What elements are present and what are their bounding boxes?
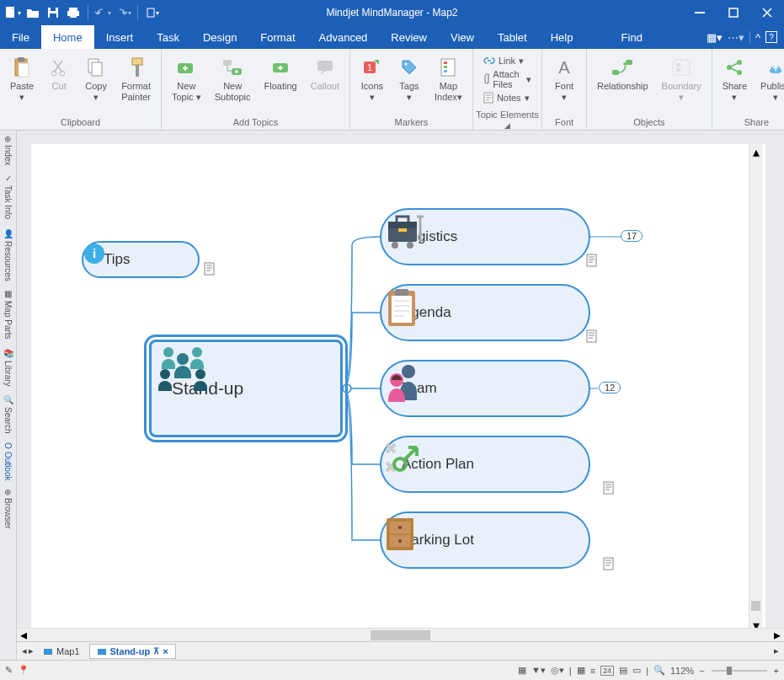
- status-map-icon[interactable]: ▦: [577, 665, 585, 676]
- icons-button[interactable]: 1Icons▾: [355, 52, 389, 106]
- status-pin-icon[interactable]: 📍: [18, 665, 29, 676]
- qa-undo-icon[interactable]: ▾: [93, 3, 112, 22]
- new-topic-button[interactable]: New Topic ▾: [167, 52, 206, 106]
- badge-team[interactable]: 12: [599, 382, 621, 394]
- paste-button[interactable]: Paste▾: [5, 52, 39, 106]
- node-parking-lot[interactable]: Parking Lot: [380, 511, 590, 569]
- status-target-icon[interactable]: ◎▾: [551, 665, 564, 676]
- tabs-scroll-end[interactable]: ▸: [774, 645, 784, 656]
- link-button[interactable]: Link ▾: [480, 54, 535, 67]
- cut-button[interactable]: Cut: [42, 52, 76, 95]
- menu-task[interactable]: Task: [145, 25, 191, 49]
- node-team[interactable]: Team: [380, 360, 590, 417]
- doc-tab-standup[interactable]: Stand-up⊼×: [89, 644, 176, 659]
- note-icon[interactable]: [603, 557, 615, 570]
- close-button[interactable]: [750, 0, 784, 25]
- menu-home[interactable]: Home: [41, 25, 94, 49]
- doc-tab-map1[interactable]: Map1: [35, 644, 88, 659]
- menu-view[interactable]: View: [439, 25, 486, 49]
- horizontal-scrollbar[interactable]: ◂▸: [17, 628, 784, 641]
- qa-tool-icon[interactable]: ▾: [143, 3, 162, 22]
- node-logistics[interactable]: Logistics: [380, 208, 590, 265]
- status-view1-icon[interactable]: ▦: [518, 665, 526, 676]
- menu-file[interactable]: File: [0, 25, 41, 49]
- svg-point-62: [394, 458, 406, 470]
- svg-point-40: [737, 70, 742, 75]
- new-subtopic-button[interactable]: New Subtopic: [210, 52, 256, 106]
- qa-open-icon[interactable]: [24, 3, 42, 22]
- node-tips[interactable]: i Tips: [82, 241, 200, 278]
- svg-point-41: [343, 384, 351, 393]
- zoom-value[interactable]: 112%: [670, 666, 694, 676]
- tab-pin-icon[interactable]: ⊼: [153, 646, 159, 656]
- side-task-info[interactable]: ✓Task Info: [3, 172, 13, 221]
- mindmap-canvas[interactable]: i Tips Stand-up Logistics 17 Agenda: [17, 131, 784, 628]
- note-icon[interactable]: [204, 262, 216, 276]
- menu-review[interactable]: Review: [379, 25, 439, 49]
- maximize-button[interactable]: [717, 0, 750, 25]
- floating-button[interactable]: Floating: [259, 52, 302, 95]
- note-icon[interactable]: [586, 254, 598, 267]
- status-cal-icon[interactable]: 24: [600, 666, 614, 676]
- boundary-button[interactable]: Boundary▾: [657, 52, 707, 106]
- badge-logistics[interactable]: 17: [621, 230, 643, 242]
- side-browser[interactable]: ⊕Browser: [3, 487, 13, 531]
- menu-format[interactable]: Format: [248, 25, 307, 49]
- svg-rect-2: [51, 8, 56, 11]
- format-painter-button[interactable]: Format Painter: [116, 52, 156, 106]
- notes-button[interactable]: Notes ▾: [480, 91, 535, 104]
- side-outlook[interactable]: O Outlook: [3, 441, 13, 482]
- tabs-scroll-left[interactable]: ◂: [22, 645, 27, 656]
- qa-redo-icon[interactable]: ▾: [114, 3, 132, 22]
- vertical-scrollbar[interactable]: ▴▾: [749, 144, 762, 628]
- font-button[interactable]: AFont▾: [547, 52, 581, 106]
- side-search[interactable]: 🔍Search: [3, 393, 13, 436]
- expand-icon[interactable]: ^: [749, 31, 760, 44]
- attach-files-button[interactable]: Attach Files ▾: [480, 68, 535, 90]
- map-index-button[interactable]: Map Index▾: [429, 52, 467, 106]
- svg-point-39: [737, 60, 742, 65]
- side-resources[interactable]: 👤Resources: [3, 227, 13, 283]
- menu-help[interactable]: Help: [539, 25, 585, 49]
- share-button[interactable]: Share▾: [717, 52, 752, 106]
- status-filter-icon[interactable]: ▼▾: [531, 665, 546, 676]
- find-label[interactable]: Find: [621, 31, 643, 44]
- callout-button[interactable]: Callout: [306, 52, 344, 95]
- publish-button[interactable]: Publish▾: [755, 52, 784, 106]
- node-agenda[interactable]: Agenda: [380, 284, 590, 341]
- help-icon[interactable]: ?: [765, 31, 777, 43]
- status-gantt-icon[interactable]: ▤: [619, 665, 627, 676]
- minimize-button[interactable]: [683, 0, 717, 25]
- relationship-button[interactable]: Relationship: [592, 52, 653, 95]
- menu-advanced[interactable]: Advanced: [307, 25, 380, 49]
- tags-button[interactable]: Tags▾: [392, 52, 426, 106]
- svg-point-53: [392, 242, 398, 249]
- side-index[interactable]: ⊕Index: [3, 134, 13, 167]
- tabs-scroll-right[interactable]: ▸: [29, 645, 34, 656]
- zoom-slider[interactable]: [710, 665, 769, 677]
- qa-print-icon[interactable]: [64, 3, 83, 22]
- note-icon[interactable]: [586, 329, 598, 343]
- zoom-out-icon[interactable]: −: [699, 666, 704, 676]
- copy-button[interactable]: Copy▾: [79, 52, 113, 106]
- menu-insert[interactable]: Insert: [94, 25, 146, 49]
- menu-design[interactable]: Design: [191, 25, 248, 49]
- zoom-fit-icon[interactable]: 🔍: [653, 665, 665, 676]
- status-presenter-icon[interactable]: ▭: [632, 665, 641, 676]
- note-icon[interactable]: [603, 481, 615, 495]
- node-central[interactable]: Stand-up: [149, 340, 343, 437]
- status-pen-icon[interactable]: ✎: [5, 665, 13, 676]
- tab-close-icon[interactable]: ×: [163, 646, 168, 656]
- options-icon[interactable]: ⋯▾: [728, 31, 744, 44]
- zoom-in-icon[interactable]: +: [774, 666, 779, 676]
- side-library[interactable]: 📚Library: [3, 346, 13, 388]
- svg-point-48: [160, 369, 170, 379]
- qa-new-icon[interactable]: ▾: [3, 3, 22, 22]
- node-action-plan[interactable]: Action Plan: [380, 436, 590, 493]
- menu-tablet[interactable]: Tablet: [486, 25, 539, 49]
- layout-icon[interactable]: ▦▾: [707, 31, 723, 44]
- svg-rect-63: [604, 482, 613, 494]
- side-map-parts[interactable]: ▦Map Parts: [3, 287, 13, 341]
- qa-save-icon[interactable]: [44, 3, 62, 22]
- status-outline-icon[interactable]: ≡: [590, 666, 595, 676]
